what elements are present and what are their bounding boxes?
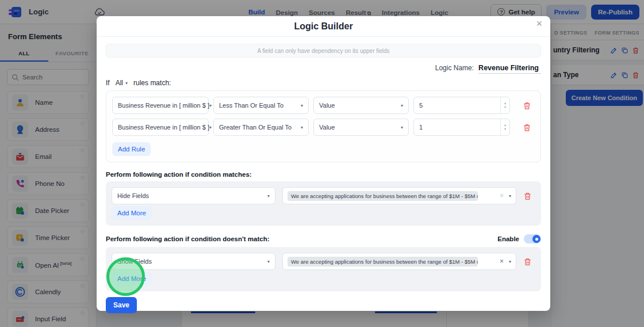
rule-value-input[interactable]: 5 ▴▾ xyxy=(413,97,510,114)
number-stepper[interactable]: ▴▾ xyxy=(500,97,509,113)
action-fields-multiselect[interactable]: We are accepting applications for busine… xyxy=(282,187,516,204)
selected-field-tag: We are accepting applications for busine… xyxy=(288,191,478,201)
rule-value-input[interactable]: 1 ▴▾ xyxy=(413,119,510,136)
number-stepper[interactable]: ▴▾ xyxy=(500,119,509,135)
rule-row: Business Revenue in [ million $ ]▾ Less … xyxy=(112,97,535,114)
chevron-down-icon: ▾ xyxy=(401,103,403,108)
rule-value-type-select[interactable]: Value▾ xyxy=(313,119,409,136)
if-label: If xyxy=(106,79,110,87)
dependency-info-banner: A field can only have dependency on its … xyxy=(106,44,541,58)
app-root: Logic Build Design Sources Result⧉ Integ… xyxy=(0,0,644,327)
chevron-down-icon: ▾ xyxy=(401,125,403,130)
rules-match-label: rules match: xyxy=(133,79,171,87)
match-mode-select[interactable]: All ▾ xyxy=(116,79,128,87)
delete-rule-icon[interactable] xyxy=(523,101,531,110)
logic-name-input[interactable]: Revenue Filtering xyxy=(478,64,541,74)
add-more-button[interactable]: Add More xyxy=(112,206,152,220)
delete-rule-icon[interactable] xyxy=(523,123,531,132)
delete-action-icon[interactable] xyxy=(523,257,532,266)
rule-value-type-select[interactable]: Value▾ xyxy=(313,97,409,114)
chevron-down-icon: ▾ xyxy=(301,103,303,108)
logic-builder-modal: Logic Builder × A field can only have de… xyxy=(97,16,550,311)
close-icon[interactable]: × xyxy=(536,18,542,29)
action-type-select[interactable]: Hide Fields▾ xyxy=(112,187,275,204)
rule-operator-select[interactable]: Less Than Or Equal To▾ xyxy=(213,97,309,114)
nomatch-action-label: Perform following action if condition do… xyxy=(106,235,270,242)
save-button[interactable]: Save xyxy=(106,297,137,313)
action-type-select[interactable]: Show Fields▾ xyxy=(112,253,275,270)
match-action-group: Hide Fields▾ We are accepting applicatio… xyxy=(106,181,541,226)
rule-field-select[interactable]: Business Revenue in [ million $ ]▾ xyxy=(112,97,209,114)
chevron-down-icon: ▾ xyxy=(267,259,270,264)
clear-selection-icon[interactable]: × xyxy=(500,257,504,265)
modal-title: Logic Builder xyxy=(294,21,352,32)
add-rule-button[interactable]: Add Rule xyxy=(112,142,151,156)
chevron-down-icon: ▾ xyxy=(301,125,303,130)
rule-operator-select[interactable]: Greater Than Or Equal To▾ xyxy=(213,119,309,136)
logic-name-label: Logic Name: xyxy=(435,64,474,72)
chevron-down-icon: ▾ xyxy=(209,103,212,108)
enable-toggle[interactable] xyxy=(524,234,541,244)
chevron-down-icon: ▾ xyxy=(125,81,128,86)
rule-row: Business Revenue in [ million $ ]▾ Great… xyxy=(112,119,535,136)
delete-action-icon[interactable] xyxy=(523,192,532,200)
chevron-down-icon: ▾ xyxy=(267,193,270,199)
clear-selection-icon[interactable]: × xyxy=(500,192,504,200)
rules-group: Business Revenue in [ million $ ]▾ Less … xyxy=(106,90,541,162)
chevron-down-icon: ▾ xyxy=(509,259,511,264)
nomatch-action-group: Show Fields▾ We are accepting applicatio… xyxy=(106,247,541,291)
action-fields-multiselect[interactable]: We are accepting applications for busine… xyxy=(282,253,516,270)
rule-field-select[interactable]: Business Revenue in [ million $ ]▾ xyxy=(112,119,209,136)
enable-label: Enable xyxy=(497,235,519,242)
chevron-down-icon: ▾ xyxy=(209,125,212,130)
chevron-down-icon: ▾ xyxy=(509,193,511,199)
match-action-label: Perform following action if condition ma… xyxy=(106,171,541,178)
add-more-button[interactable]: Add More xyxy=(112,272,152,286)
selected-field-tag: We are accepting applications for busine… xyxy=(288,257,478,267)
